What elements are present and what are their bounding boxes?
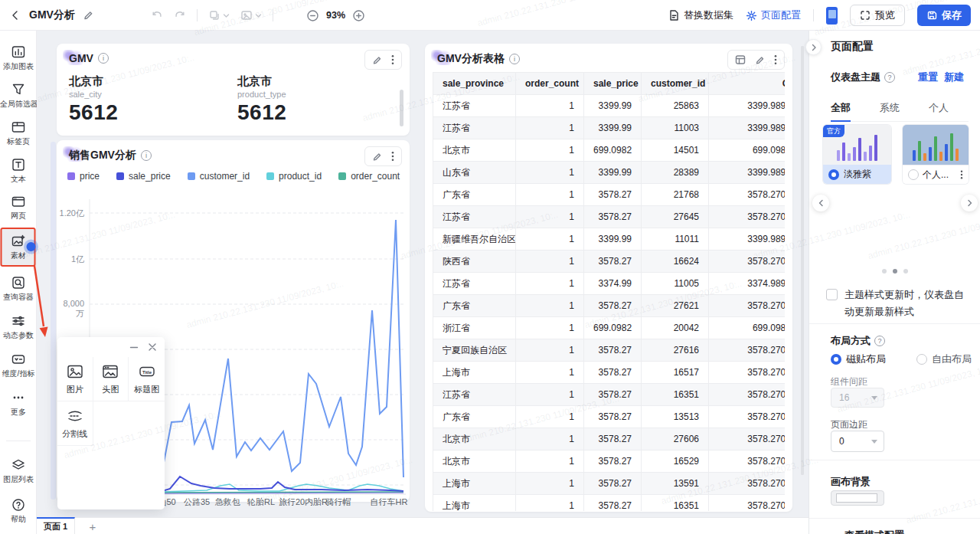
close-icon[interactable]	[148, 342, 157, 352]
replace-dataset-button[interactable]: 替换数据集	[668, 8, 733, 22]
view-data-icon[interactable]	[735, 54, 746, 65]
redo-icon[interactable]	[174, 9, 186, 21]
theme-card-official[interactable]: 官方 淡雅紫	[823, 125, 891, 184]
tab-personal[interactable]: 个人	[929, 101, 949, 115]
save-button[interactable]: 保存	[917, 5, 971, 26]
sidebar-item-add-chart[interactable]: 添加图表	[0, 45, 37, 72]
edit-icon[interactable]	[372, 55, 382, 65]
cell-order-count: 1	[516, 206, 584, 228]
back-icon[interactable]	[9, 9, 21, 21]
page-tab[interactable]: 页面 1	[37, 517, 75, 534]
undo-icon[interactable]	[151, 9, 163, 21]
data-table: sale_province order_count sale_price cus…	[433, 72, 785, 511]
theme-radio-selected[interactable]	[828, 169, 839, 180]
page-margin-label: 页面边距	[831, 418, 867, 431]
dashboard-canvas: GMV i 北京市 sale_city 5612 北京市 product_typ…	[37, 31, 808, 517]
tab-system[interactable]: 系统	[880, 101, 900, 115]
cell-gmv: 699.0982055664	[709, 139, 786, 162]
info-icon[interactable]: i	[98, 53, 109, 64]
data-table-container[interactable]: sale_province order_count sale_price cus…	[433, 72, 785, 511]
create-theme-link[interactable]: 新建	[944, 70, 964, 84]
cell-gmv: 3399.9899902343	[709, 228, 786, 251]
sidebar-item-text[interactable]: 文本	[0, 158, 37, 185]
cell-province: 新疆维吾尔自治区	[433, 228, 516, 251]
cell-sale-price: 3578.27	[584, 339, 642, 362]
cell-province: 广东省	[433, 295, 516, 317]
help-icon[interactable]: ?	[884, 72, 895, 83]
cell-sale-price: 3578.27	[584, 428, 642, 450]
zoom-out-icon[interactable]	[306, 9, 319, 22]
sidebar-item-layer-list[interactable]: 图层列表	[0, 458, 37, 485]
x-axis-label: 急救包	[215, 496, 240, 508]
cell-customer-id: 27621	[642, 295, 709, 317]
cell-gmv: 3374.9899902343	[709, 273, 786, 295]
rename-icon[interactable]	[83, 10, 93, 21]
sidebar-item-global-filter[interactable]: 全局筛选器	[0, 83, 37, 110]
section-divider	[809, 518, 980, 519]
carousel-dot[interactable]	[882, 269, 887, 274]
metric-city: 北京市	[237, 74, 286, 89]
info-icon[interactable]: i	[509, 54, 520, 64]
reset-theme-link[interactable]: 重置	[918, 70, 938, 84]
cell-sale-price: 3399.99	[584, 162, 642, 184]
material-item-title-image[interactable]: Title 标题图	[129, 357, 165, 401]
material-item-image[interactable]: 图片	[57, 357, 93, 401]
cell-gmv: 3578.2700195312	[709, 450, 786, 473]
cell-gmv: 3578.2700195312	[709, 339, 786, 362]
theme-card-personal[interactable]: 个人...	[903, 125, 969, 184]
layout-option-grid[interactable]: 磁贴布局	[831, 352, 886, 366]
material-item-header-image[interactable]: 头图	[93, 357, 129, 401]
edit-icon[interactable]	[755, 55, 765, 65]
image-tool-icon[interactable]	[240, 9, 262, 21]
tab-all[interactable]: 全部	[831, 101, 851, 115]
x-axis-label: 内胎R	[305, 496, 328, 508]
table-row: 上海市 1 3578.27 13591 3578.2700195312	[433, 473, 786, 495]
add-page-button[interactable]: +	[84, 519, 101, 534]
preview-button[interactable]: 预览	[850, 5, 905, 26]
sidebar-item-help[interactable]: 帮助	[0, 498, 37, 525]
page-config-button[interactable]: 页面配置	[746, 8, 801, 22]
gmv-table-card[interactable]: GMV分析表格 i sale_province order_count sale…	[425, 44, 792, 512]
gmv-card[interactable]: GMV i 北京市 sale_city 5612 北京市 product_typ…	[57, 44, 410, 136]
sidebar-item-webpage[interactable]: 网页	[0, 195, 37, 221]
layout-option-free[interactable]: 自由布局	[916, 352, 972, 366]
cell-province: 北京市	[433, 428, 516, 450]
auto-update-checkbox[interactable]	[826, 289, 838, 300]
cell-order-count: 1	[516, 251, 584, 273]
canvas-background-swatch[interactable]	[831, 490, 884, 506]
component-gap-select[interactable]: 16	[831, 388, 884, 408]
duplicate-icon[interactable]	[208, 9, 230, 21]
carousel-dot[interactable]	[903, 269, 908, 274]
theme-name: 个人...	[923, 169, 949, 182]
cell-customer-id: 16517	[642, 362, 709, 384]
sidebar-item-query-container[interactable]: 查询容器	[0, 276, 37, 303]
sidebar-item-tab-page[interactable]: 标签页	[0, 120, 37, 147]
carousel-prev-icon[interactable]	[812, 195, 829, 211]
card-scrollbar[interactable]	[400, 90, 403, 126]
y-axis-label: 1.20亿	[57, 208, 84, 219]
cell-sale-price: 3578.27	[584, 406, 642, 428]
carousel-next-icon[interactable]	[961, 195, 978, 211]
mobile-preview-icon[interactable]	[826, 7, 838, 25]
page-margin-select[interactable]: 0	[831, 431, 884, 452]
sidebar-item-dimension-metric[interactable]: 维度/指标	[0, 352, 37, 379]
minimize-icon[interactable]	[129, 342, 139, 352]
cell-gmv: 3578.2700195312	[709, 295, 786, 317]
cell-sale-price: 3578.27	[584, 450, 642, 473]
zoom-in-icon[interactable]	[352, 9, 365, 22]
carousel-dot-active[interactable]	[893, 269, 897, 274]
kebab-icon[interactable]	[774, 54, 777, 65]
material-item-divider[interactable]: 分割线	[57, 401, 93, 446]
panel-scrollbar[interactable]	[801, 46, 804, 475]
help-icon[interactable]: ?	[874, 336, 885, 346]
sidebar-item-more[interactable]: 更多	[0, 391, 37, 418]
sidebar-item-material[interactable]: 素材	[0, 229, 37, 266]
metric-city: 北京市	[69, 74, 118, 89]
collapse-panel-icon[interactable]	[805, 39, 822, 55]
app-root: GMV分析 93% 替换数据集 页面配置 预览 保存 添加图表 全局筛选器	[0, 0, 980, 534]
kebab-icon[interactable]	[391, 54, 394, 65]
sidebar-item-dynamic-params[interactable]: 动态参数	[0, 314, 37, 341]
theme-radio[interactable]	[908, 169, 919, 180]
layout-section-label: 布局方式	[831, 334, 871, 348]
kebab-icon[interactable]	[960, 170, 963, 179]
